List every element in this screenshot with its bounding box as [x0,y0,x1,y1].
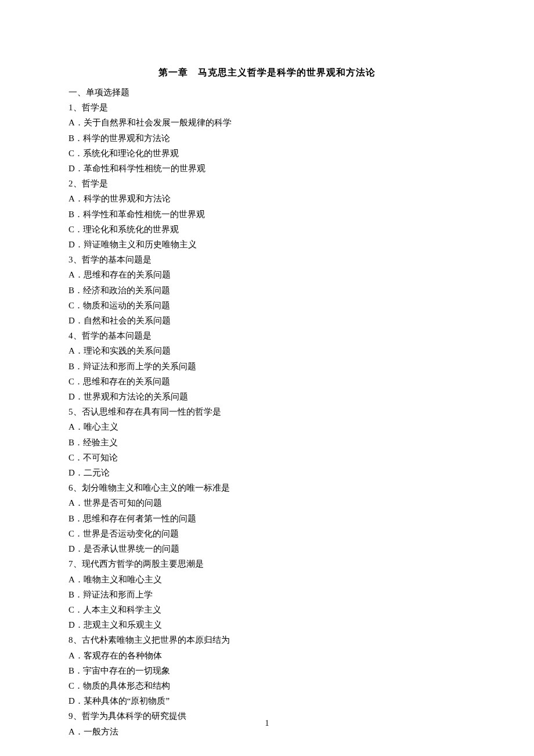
option-a: A．客观存在的各种物体 [68,648,466,663]
question-stem: 6、划分唯物主义和唯心主义的唯一标准是 [68,480,466,495]
option-d: D．是否承认世界统一的问题 [68,541,466,556]
option-b: B．辩证法和形而上学 [68,587,466,602]
option-b: B．科学性和革命性相统一的世界观 [68,207,466,222]
option-a: A．唯心主义 [68,419,466,434]
option-d: D．悲观主义和乐观主义 [68,617,466,632]
question-4: 4、哲学的基本问题是 A．理论和实践的关系问题 B．辩证法和形而上学的关系问题 … [68,328,466,404]
option-d: D．世界观和方法论的关系问题 [68,389,466,404]
question-3: 3、哲学的基本问题是 A．思维和存在的关系问题 B．经济和政治的关系问题 C．物… [68,252,466,328]
question-stem: 2、哲学是 [68,176,466,191]
option-c: C．思维和存在的关系问题 [68,374,466,389]
option-d: D．辩证唯物主义和历史唯物主义 [68,237,466,252]
question-5: 5、否认思维和存在具有同一性的哲学是 A．唯心主义 B．经验主义 C．不可知论 … [68,404,466,480]
option-a: A．关于自然界和社会发展一般规律的科学 [68,115,466,130]
option-b: B．思维和存在何者第一性的问题 [68,511,466,526]
question-8: 8、古代朴素唯物主义把世界的本原归结为 A．客观存在的各种物体 B．宇宙中存在的… [68,632,466,708]
option-c: C．物质的具体形态和结构 [68,678,466,693]
question-stem: 1、哲学是 [68,100,466,115]
option-b: B．宇宙中存在的一切现象 [68,663,466,678]
option-d: D．某种具体的“原初物质” [68,693,466,708]
option-d: D．自然和社会的关系问题 [68,313,466,328]
chapter-title: 第一章 马克思主义哲学是科学的世界观和方法论 [68,67,466,79]
question-7: 7、现代西方哲学的两股主要思潮是 A．唯物主义和唯心主义 B．辩证法和形而上学 … [68,556,466,632]
question-stem: 8、古代朴素唯物主义把世界的本原归结为 [68,632,466,647]
option-c: C．理论化和系统化的世界观 [68,222,466,237]
option-c: C．不可知论 [68,450,466,465]
question-stem: 3、哲学的基本问题是 [68,252,466,267]
question-6: 6、划分唯物主义和唯心主义的唯一标准是 A．世界是否可知的问题 B．思维和存在何… [68,480,466,556]
option-a: A．思维和存在的关系问题 [68,267,466,282]
document-page: 第一章 马克思主义哲学是科学的世界观和方法论 一、单项选择题 1、哲学是 A．关… [0,0,534,756]
option-b: B．经验主义 [68,435,466,450]
option-b: B．辩证法和形而上学的关系问题 [68,359,466,374]
question-stem: 4、哲学的基本问题是 [68,328,466,343]
option-d: D．革命性和科学性相统一的世界观 [68,161,466,176]
option-a: A．科学的世界观和方法论 [68,191,466,206]
question-1: 1、哲学是 A．关于自然界和社会发展一般规律的科学 B．科学的世界观和方法论 C… [68,100,466,176]
section-heading: 一、单项选择题 [68,85,466,100]
option-a: A．理论和实践的关系问题 [68,343,466,358]
option-d: D．二元论 [68,465,466,480]
option-c: C．系统化和理论化的世界观 [68,146,466,161]
option-b: B．科学的世界观和方法论 [68,131,466,146]
question-2: 2、哲学是 A．科学的世界观和方法论 B．科学性和革命性相统一的世界观 C．理论… [68,176,466,252]
question-stem: 5、否认思维和存在具有同一性的哲学是 [68,404,466,419]
question-stem: 7、现代西方哲学的两股主要思潮是 [68,556,466,571]
option-b: B．经济和政治的关系问题 [68,283,466,298]
option-c: C．世界是否运动变化的问题 [68,526,466,541]
option-c: C．物质和运动的关系问题 [68,298,466,313]
option-a: A．唯物主义和唯心主义 [68,572,466,587]
option-c: C．人本主义和科学主义 [68,602,466,617]
page-number: 1 [0,719,534,728]
option-a: A．世界是否可知的问题 [68,495,466,510]
